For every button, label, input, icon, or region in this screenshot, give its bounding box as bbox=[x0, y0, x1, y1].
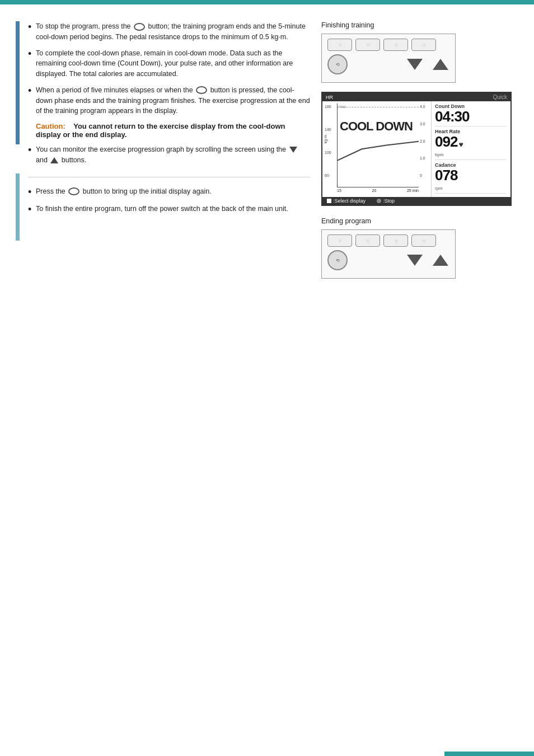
caution-text: You cannot return to the exercise displa… bbox=[36, 122, 285, 139]
stats-panel: Count Down 04:30 Heart Rate 092 ♥ bpm Ca… bbox=[432, 101, 510, 197]
triangle-down-icon bbox=[289, 147, 297, 153]
triangle-down-button-2 bbox=[407, 255, 423, 266]
triangle-down-button bbox=[407, 59, 423, 70]
y-label-60: 60 bbox=[325, 173, 336, 177]
bullet-text-5: Press the button to bring up the initial… bbox=[36, 186, 212, 197]
bullet-dot: • bbox=[28, 48, 36, 60]
list-item: • When a period of five minutes elapses … bbox=[28, 85, 310, 116]
triangle-up-icon bbox=[50, 157, 58, 163]
heart-rate-value: 092 bbox=[435, 134, 457, 149]
footer-select-label: :Select display bbox=[333, 198, 366, 204]
btn-box-8: ◇ bbox=[411, 234, 436, 247]
bullet-dot: • bbox=[28, 144, 36, 157]
x-label-25: 25 min bbox=[407, 189, 419, 192]
list-item: • To stop the program, press the button;… bbox=[28, 21, 310, 43]
triangle-up-button bbox=[433, 59, 448, 70]
caution-block: Caution: You cannot return to the exerci… bbox=[36, 122, 310, 139]
bullet-text-1: To stop the program, press the button; t… bbox=[36, 21, 310, 43]
display-footer: :Select display :Stop bbox=[322, 197, 510, 205]
y2-label-40: 4.0 bbox=[420, 105, 429, 109]
caution-label: Caution: bbox=[36, 122, 65, 130]
y-label-100: 100 bbox=[325, 151, 336, 154]
left-column: • To stop the program, press the button;… bbox=[11, 21, 310, 288]
bullet-dot: • bbox=[28, 21, 36, 34]
y2-label-0: 0 bbox=[420, 173, 429, 177]
list-item: • To finish the entire program, turn off… bbox=[28, 204, 310, 216]
bullet-section-2: • Press the button to bring up the initi… bbox=[28, 186, 310, 216]
x-label-15: 15 bbox=[337, 189, 341, 192]
count-down-value: 04:30 bbox=[435, 109, 507, 124]
bullet-text-2: To complete the cool-down phase, remain … bbox=[36, 48, 310, 79]
heart-rate-unit: bpm bbox=[435, 152, 444, 157]
finishing-training-title: Finishing training bbox=[321, 21, 523, 29]
hr-label: HR bbox=[326, 95, 333, 100]
btn-box-1: ◇ bbox=[327, 39, 352, 51]
btn-box-6: ◇ bbox=[355, 234, 380, 247]
count-down-block: Count Down 04:30 bbox=[435, 104, 507, 126]
ending-program-title: Ending program bbox=[321, 217, 523, 225]
btn-box-3: ◇ bbox=[383, 39, 408, 51]
footer-stop-label: :Stop bbox=[383, 198, 395, 204]
bullet-dot: • bbox=[28, 186, 36, 199]
btn-box-2: ◇ bbox=[355, 39, 380, 51]
display-panel: HR Quick 180 140 100 60 bbox=[321, 92, 512, 206]
cadance-unit: rpm bbox=[435, 186, 443, 191]
triangle-up-button-2 bbox=[433, 255, 448, 266]
btn-box-7: ◇ bbox=[383, 234, 408, 247]
bullet-text-4: You can monitor the exercise progression… bbox=[36, 144, 310, 166]
section-divider bbox=[28, 177, 310, 177]
bullet-dot: • bbox=[28, 204, 36, 216]
y-label-140: 140 bbox=[325, 128, 336, 132]
y2-label-20: 2.0 bbox=[420, 139, 429, 143]
y2-label-10: 1.0 bbox=[420, 156, 429, 160]
btn-row-top-2: ◇ ◇ ◇ ◇ bbox=[327, 234, 449, 247]
list-item: • To complete the cool-down phase, remai… bbox=[28, 48, 310, 79]
footer-stop-item: :Stop bbox=[377, 198, 395, 204]
oval-icon bbox=[196, 86, 207, 94]
chart-line bbox=[338, 104, 419, 187]
bullet-section-1: • To stop the program, press the button;… bbox=[28, 21, 310, 166]
cool-down-text: COOL DOWN bbox=[340, 119, 413, 134]
square-icon bbox=[327, 199, 331, 203]
x-label-20: 20 bbox=[372, 189, 376, 192]
display-header: HR Quick bbox=[322, 93, 510, 101]
main-circle-button: ⟲ bbox=[327, 54, 348, 74]
ending-program-section: Ending program ◇ ◇ ◇ ◇ ⟲ bbox=[321, 217, 523, 279]
cadance-block: Cadance 078 rpm bbox=[435, 162, 507, 194]
quick-label: Quick bbox=[493, 94, 507, 100]
top-bar bbox=[0, 0, 534, 4]
list-item: • Press the button to bring up the initi… bbox=[28, 186, 310, 199]
button-panel-top: ◇ ◇ ◇ ◇ ⟲ bbox=[321, 34, 456, 83]
oval-icon bbox=[68, 187, 79, 195]
cadance-value: 078 bbox=[435, 168, 507, 182]
bullet-text-6: To finish the entire program, turn off t… bbox=[36, 204, 288, 214]
btn-box-4: ◇ bbox=[411, 39, 436, 51]
footer-select-item: :Select display bbox=[327, 198, 366, 204]
btn-row-top: ◇ ◇ ◇ ◇ bbox=[327, 39, 449, 51]
heart-rate-block: Heart Rate 092 ♥ bpm bbox=[435, 129, 507, 160]
y2-label-30: 3.0 bbox=[420, 122, 429, 126]
oval-icon bbox=[134, 23, 145, 31]
bullet-dot: • bbox=[28, 85, 36, 97]
btn-row-bottom: ⟲ bbox=[327, 54, 449, 74]
heart-icon: ♥ bbox=[458, 140, 463, 149]
circle-icon bbox=[377, 199, 381, 203]
button-panel-bottom: ◇ ◇ ◇ ◇ ⟲ bbox=[321, 229, 456, 279]
bullet-text-3: When a period of five minutes elapses or… bbox=[36, 85, 310, 116]
main-circle-button-2: ⟲ bbox=[327, 250, 348, 270]
x-axis-labels: 15 20 25 min bbox=[322, 189, 429, 192]
left-accent-bottom bbox=[16, 173, 20, 241]
display-body: 180 140 100 60 max bbox=[322, 101, 510, 197]
list-item: • You can monitor the exercise progressi… bbox=[28, 144, 310, 166]
btn-box-5: ◇ bbox=[327, 234, 352, 247]
y-axis-kgm-label: kg·m bbox=[324, 135, 327, 143]
right-column: Finishing training ◇ ◇ ◇ ◇ ⟲ bbox=[321, 21, 523, 288]
left-accent-top bbox=[16, 21, 20, 144]
btn-row-bottom-2: ⟲ bbox=[327, 250, 449, 270]
bottom-bar bbox=[444, 752, 534, 756]
chart-area: 180 140 100 60 max bbox=[322, 101, 432, 197]
y-label-180: 180 bbox=[325, 105, 336, 109]
